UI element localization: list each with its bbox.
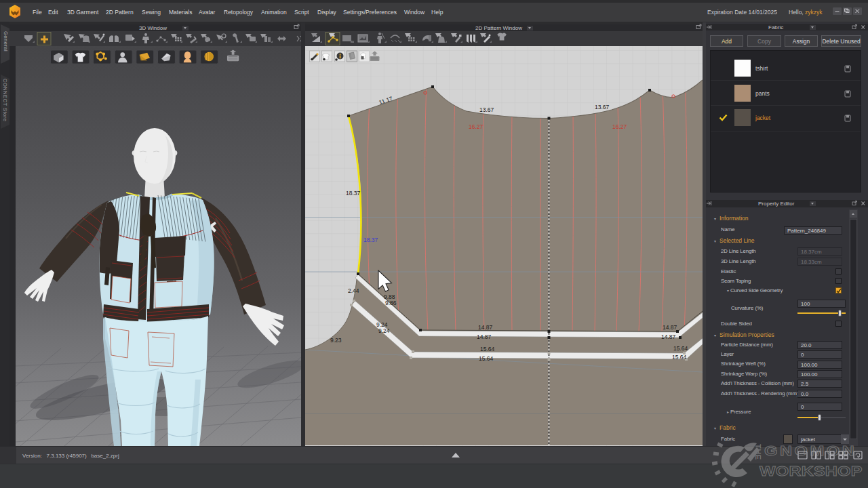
svg-text:14.87: 14.87: [663, 324, 677, 331]
svg-text:9.23: 9.23: [330, 337, 342, 344]
svg-text:18.37: 18.37: [346, 190, 361, 197]
svg-text:9.24: 9.24: [378, 327, 390, 334]
svg-text:13.67: 13.67: [595, 104, 610, 110]
svg-text:15.64: 15.64: [479, 355, 494, 362]
svg-text:WORKSHOP: WORKSHOP: [760, 463, 863, 479]
svg-text:14.87: 14.87: [477, 333, 492, 340]
svg-text:15.64: 15.64: [480, 346, 495, 352]
svg-text:9.86: 9.86: [385, 300, 397, 306]
svg-text:THE: THE: [754, 444, 762, 460]
svg-text:15.64: 15.64: [672, 354, 687, 361]
svg-text:2.44: 2.44: [348, 287, 359, 294]
svg-text:15.64: 15.64: [673, 345, 688, 352]
svg-text:16.27: 16.27: [469, 123, 484, 130]
svg-text:16.27: 16.27: [612, 123, 627, 130]
svg-text:14.87: 14.87: [661, 333, 676, 340]
svg-text:GNOMON: GNOMON: [764, 444, 856, 459]
svg-text:14.87: 14.87: [478, 324, 493, 331]
svg-text:18.37: 18.37: [363, 237, 378, 243]
svg-text:13.67: 13.67: [479, 106, 494, 113]
